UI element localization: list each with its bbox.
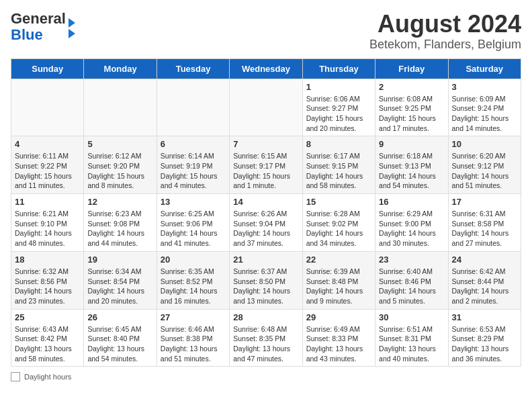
calendar-cell: 11Sunrise: 6:21 AM Sunset: 9:10 PM Dayli…	[11, 194, 84, 252]
day-number: 6	[161, 139, 226, 149]
calendar-cell: 18Sunrise: 6:32 AM Sunset: 8:56 PM Dayli…	[11, 251, 84, 309]
day-info: Sunrise: 6:25 AM Sunset: 9:06 PM Dayligh…	[161, 209, 226, 248]
day-info: Sunrise: 6:51 AM Sunset: 8:31 PM Dayligh…	[379, 324, 444, 364]
calendar-week-row: 4Sunrise: 6:11 AM Sunset: 9:22 PM Daylig…	[11, 136, 521, 194]
day-number: 25	[15, 312, 80, 322]
day-number: 3	[452, 82, 517, 92]
day-number: 2	[379, 82, 444, 92]
day-info: Sunrise: 6:32 AM Sunset: 8:56 PM Dayligh…	[15, 267, 80, 306]
calendar-cell	[84, 79, 157, 136]
day-info: Sunrise: 6:28 AM Sunset: 9:02 PM Dayligh…	[306, 209, 371, 248]
day-info: Sunrise: 6:26 AM Sunset: 9:04 PM Dayligh…	[233, 209, 298, 248]
day-info: Sunrise: 6:45 AM Sunset: 8:40 PM Dayligh…	[87, 324, 152, 364]
day-number: 1	[306, 82, 371, 92]
day-number: 7	[233, 139, 298, 149]
day-info: Sunrise: 6:49 AM Sunset: 8:33 PM Dayligh…	[306, 324, 371, 364]
calendar-table: SundayMondayTuesdayWednesdayThursdayFrid…	[11, 58, 521, 367]
day-info: Sunrise: 6:18 AM Sunset: 9:13 PM Dayligh…	[379, 151, 444, 191]
day-info: Sunrise: 6:29 AM Sunset: 9:00 PM Dayligh…	[379, 209, 444, 248]
day-info: Sunrise: 6:53 AM Sunset: 8:29 PM Dayligh…	[452, 324, 517, 364]
daylight-legend-box	[11, 372, 20, 381]
calendar-cell: 4Sunrise: 6:11 AM Sunset: 9:22 PM Daylig…	[11, 136, 84, 194]
day-number: 24	[452, 255, 517, 265]
calendar-cell: 13Sunrise: 6:25 AM Sunset: 9:06 PM Dayli…	[157, 194, 229, 252]
day-number: 23	[379, 255, 444, 265]
logo: General Blue	[11, 11, 75, 43]
day-info: Sunrise: 6:17 AM Sunset: 9:15 PM Dayligh…	[306, 151, 371, 191]
calendar-week-row: 1Sunrise: 6:06 AM Sunset: 9:27 PM Daylig…	[11, 79, 521, 136]
calendar-cell: 21Sunrise: 6:37 AM Sunset: 8:50 PM Dayli…	[230, 251, 302, 309]
day-number: 20	[161, 255, 226, 265]
calendar-cell: 27Sunrise: 6:46 AM Sunset: 8:38 PM Dayli…	[157, 309, 229, 367]
day-info: Sunrise: 6:42 AM Sunset: 8:44 PM Dayligh…	[452, 267, 517, 306]
day-info: Sunrise: 6:08 AM Sunset: 9:25 PM Dayligh…	[379, 94, 444, 134]
day-info: Sunrise: 6:35 AM Sunset: 8:52 PM Dayligh…	[161, 267, 226, 306]
calendar-cell: 19Sunrise: 6:34 AM Sunset: 8:54 PM Dayli…	[84, 251, 157, 309]
day-number: 8	[306, 139, 371, 149]
day-info: Sunrise: 6:11 AM Sunset: 9:22 PM Dayligh…	[15, 151, 80, 191]
calendar-cell: 2Sunrise: 6:08 AM Sunset: 9:25 PM Daylig…	[375, 79, 448, 136]
calendar-header-row: SundayMondayTuesdayWednesdayThursdayFrid…	[11, 58, 521, 79]
calendar-cell: 9Sunrise: 6:18 AM Sunset: 9:13 PM Daylig…	[375, 136, 448, 194]
calendar-cell: 20Sunrise: 6:35 AM Sunset: 8:52 PM Dayli…	[157, 251, 229, 309]
day-number: 17	[452, 197, 517, 207]
day-info: Sunrise: 6:09 AM Sunset: 9:24 PM Dayligh…	[452, 94, 517, 134]
day-number: 10	[452, 139, 517, 149]
day-number: 13	[161, 197, 226, 207]
calendar-cell: 6Sunrise: 6:14 AM Sunset: 9:19 PM Daylig…	[157, 136, 229, 194]
day-number: 14	[233, 197, 298, 207]
calendar-day-header: Saturday	[448, 58, 521, 79]
day-info: Sunrise: 6:23 AM Sunset: 9:08 PM Dayligh…	[87, 209, 152, 248]
day-number: 21	[233, 255, 298, 265]
calendar-week-row: 25Sunrise: 6:43 AM Sunset: 8:42 PM Dayli…	[11, 309, 521, 367]
calendar-cell: 17Sunrise: 6:31 AM Sunset: 8:58 PM Dayli…	[448, 194, 521, 252]
day-number: 27	[161, 312, 226, 322]
calendar-cell: 12Sunrise: 6:23 AM Sunset: 9:08 PM Dayli…	[84, 194, 157, 252]
calendar-cell: 24Sunrise: 6:42 AM Sunset: 8:44 PM Dayli…	[448, 251, 521, 309]
calendar-week-row: 18Sunrise: 6:32 AM Sunset: 8:56 PM Dayli…	[11, 251, 521, 309]
day-number: 26	[87, 312, 152, 322]
calendar-cell: 22Sunrise: 6:39 AM Sunset: 8:48 PM Dayli…	[302, 251, 375, 309]
day-info: Sunrise: 6:14 AM Sunset: 9:19 PM Dayligh…	[161, 151, 226, 191]
calendar-day-header: Tuesday	[157, 58, 229, 79]
day-info: Sunrise: 6:46 AM Sunset: 8:38 PM Dayligh…	[161, 324, 226, 364]
day-number: 29	[306, 312, 371, 322]
day-number: 28	[233, 312, 298, 322]
calendar-cell: 30Sunrise: 6:51 AM Sunset: 8:31 PM Dayli…	[375, 309, 448, 367]
calendar-cell	[157, 79, 229, 136]
day-info: Sunrise: 6:37 AM Sunset: 8:50 PM Dayligh…	[233, 267, 298, 306]
day-info: Sunrise: 6:34 AM Sunset: 8:54 PM Dayligh…	[87, 267, 152, 306]
day-number: 31	[452, 312, 517, 322]
day-info: Sunrise: 6:06 AM Sunset: 9:27 PM Dayligh…	[306, 94, 371, 134]
calendar-cell: 26Sunrise: 6:45 AM Sunset: 8:40 PM Dayli…	[84, 309, 157, 367]
day-info: Sunrise: 6:43 AM Sunset: 8:42 PM Dayligh…	[15, 324, 80, 364]
calendar-cell: 15Sunrise: 6:28 AM Sunset: 9:02 PM Dayli…	[302, 194, 375, 252]
calendar-cell: 14Sunrise: 6:26 AM Sunset: 9:04 PM Dayli…	[230, 194, 302, 252]
day-info: Sunrise: 6:48 AM Sunset: 8:35 PM Dayligh…	[233, 324, 298, 364]
calendar-day-header: Wednesday	[230, 58, 302, 79]
calendar-cell: 23Sunrise: 6:40 AM Sunset: 8:46 PM Dayli…	[375, 251, 448, 309]
calendar-cell: 10Sunrise: 6:20 AM Sunset: 9:12 PM Dayli…	[448, 136, 521, 194]
day-info: Sunrise: 6:31 AM Sunset: 8:58 PM Dayligh…	[452, 209, 517, 248]
calendar-cell: 7Sunrise: 6:15 AM Sunset: 9:17 PM Daylig…	[230, 136, 302, 194]
day-info: Sunrise: 6:15 AM Sunset: 9:17 PM Dayligh…	[233, 151, 298, 191]
page-subtitle: Betekom, Flanders, Belgium	[369, 38, 521, 52]
calendar-cell: 29Sunrise: 6:49 AM Sunset: 8:33 PM Dayli…	[302, 309, 375, 367]
calendar-cell: 16Sunrise: 6:29 AM Sunset: 9:00 PM Dayli…	[375, 194, 448, 252]
calendar-day-header: Thursday	[302, 58, 375, 79]
calendar-day-header: Monday	[84, 58, 157, 79]
day-number: 30	[379, 312, 444, 322]
day-number: 4	[15, 139, 80, 149]
day-info: Sunrise: 6:21 AM Sunset: 9:10 PM Dayligh…	[15, 209, 80, 248]
calendar-cell: 31Sunrise: 6:53 AM Sunset: 8:29 PM Dayli…	[448, 309, 521, 367]
calendar-cell: 28Sunrise: 6:48 AM Sunset: 8:35 PM Dayli…	[230, 309, 302, 367]
calendar-cell	[11, 79, 84, 136]
day-number: 22	[306, 255, 371, 265]
calendar-cell: 3Sunrise: 6:09 AM Sunset: 9:24 PM Daylig…	[448, 79, 521, 136]
daylight-label: Daylight hours	[24, 373, 71, 381]
calendar-cell: 5Sunrise: 6:12 AM Sunset: 9:20 PM Daylig…	[84, 136, 157, 194]
day-number: 5	[87, 139, 152, 149]
day-info: Sunrise: 6:40 AM Sunset: 8:46 PM Dayligh…	[379, 267, 444, 306]
day-info: Sunrise: 6:20 AM Sunset: 9:12 PM Dayligh…	[452, 151, 517, 191]
page-header: General Blue August 2024 Betekom, Flande…	[11, 11, 521, 52]
